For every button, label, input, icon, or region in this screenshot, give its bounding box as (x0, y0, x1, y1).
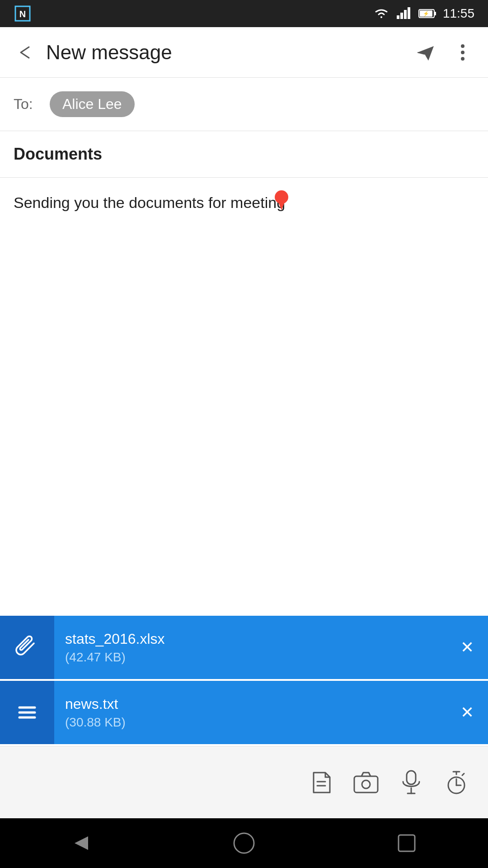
to-field: To: Alice Lee (0, 78, 488, 131)
svg-rect-4 (404, 10, 407, 19)
svg-point-21 (362, 780, 370, 788)
status-bar: N ⚡ 11:55 (0, 0, 488, 27)
microphone-button[interactable] (393, 764, 429, 801)
app-bar-actions (409, 36, 479, 69)
attachment-info-1: stats_2016.xlsx (42.47 KB) (54, 631, 451, 665)
send-icon (416, 42, 436, 62)
subject-field[interactable]: Documents (0, 131, 488, 178)
more-options-icon (460, 42, 465, 62)
svg-rect-33 (399, 835, 415, 851)
close-icon-2: ✕ (460, 703, 474, 722)
attachment-icon-box-1 (0, 616, 54, 679)
attachment-item: stats_2016.xlsx (42.47 KB) ✕ (0, 616, 488, 679)
back-button[interactable] (9, 36, 42, 69)
svg-point-13 (275, 190, 288, 204)
timer-icon (445, 770, 468, 795)
attachment-size-2: (30.88 KB) (65, 715, 440, 730)
attachment-info-2: news.txt (30.88 KB) (54, 696, 451, 730)
main-content: To: Alice Lee Documents Sending you the … (0, 78, 488, 818)
recipient-chip[interactable]: Alice Lee (50, 91, 135, 117)
microphone-icon (401, 770, 421, 795)
svg-text:⚡: ⚡ (423, 10, 429, 17)
attach-file-button[interactable] (303, 764, 339, 801)
wifi-icon (373, 7, 389, 20)
status-bar-left: N (14, 5, 32, 23)
nav-home-icon (233, 832, 255, 854)
text-cursor (275, 190, 288, 211)
send-button[interactable] (409, 36, 442, 69)
body-text: Sending you the documents for meeting (14, 194, 285, 211)
nav-back-button[interactable] (66, 827, 97, 859)
attachment-item-2: news.txt (30.88 KB) ✕ (0, 681, 488, 744)
svg-point-11 (461, 51, 465, 54)
paperclip-icon (15, 635, 39, 660)
svg-point-10 (461, 44, 465, 48)
svg-rect-22 (407, 771, 416, 784)
camera-icon (353, 772, 379, 793)
attachments-container: stats_2016.xlsx (42.47 KB) ✕ news.txt (3… (0, 616, 488, 746)
svg-rect-7 (434, 12, 436, 15)
close-icon-1: ✕ (460, 638, 474, 657)
svg-rect-20 (354, 776, 378, 793)
file-icon (309, 771, 333, 794)
attachment-name-2: news.txt (65, 696, 440, 712)
body-field[interactable]: Sending you the documents for meeting (0, 178, 488, 449)
nav-recent-icon (396, 832, 418, 854)
nav-recent-button[interactable] (391, 827, 422, 859)
nav-back-icon (70, 832, 93, 854)
subject-text: Documents (14, 145, 102, 163)
svg-rect-5 (408, 7, 410, 19)
battery-icon: ⚡ (418, 8, 436, 19)
back-arrow-icon (16, 43, 34, 61)
svg-point-32 (234, 833, 254, 853)
status-bar-right: ⚡ 11:55 (373, 6, 474, 21)
nav-bar (0, 818, 488, 868)
text-file-icon (15, 700, 39, 725)
more-options-button[interactable] (446, 36, 479, 69)
attachment-close-1[interactable]: ✕ (451, 631, 483, 664)
nav-home-button[interactable] (228, 827, 260, 859)
svg-marker-31 (75, 836, 88, 850)
app-logo: N (14, 5, 32, 23)
attachment-name-1: stats_2016.xlsx (65, 631, 440, 647)
signal-icon (396, 7, 412, 20)
svg-rect-2 (397, 15, 399, 19)
bottom-toolbar (0, 746, 488, 818)
attachment-icon-box-2 (0, 681, 54, 744)
attachment-size-1: (42.47 KB) (65, 650, 440, 665)
svg-line-30 (462, 774, 464, 775)
status-time: 11:55 (443, 6, 474, 21)
camera-button[interactable] (348, 764, 384, 801)
to-label: To: (14, 96, 41, 113)
attachment-close-2[interactable]: ✕ (451, 696, 483, 729)
timer-button[interactable] (438, 764, 474, 801)
page-title: New message (42, 41, 409, 64)
svg-marker-14 (278, 202, 285, 210)
svg-rect-3 (400, 13, 403, 19)
app-bar: New message (0, 27, 488, 78)
svg-text:N: N (19, 9, 26, 19)
svg-point-12 (461, 57, 465, 61)
